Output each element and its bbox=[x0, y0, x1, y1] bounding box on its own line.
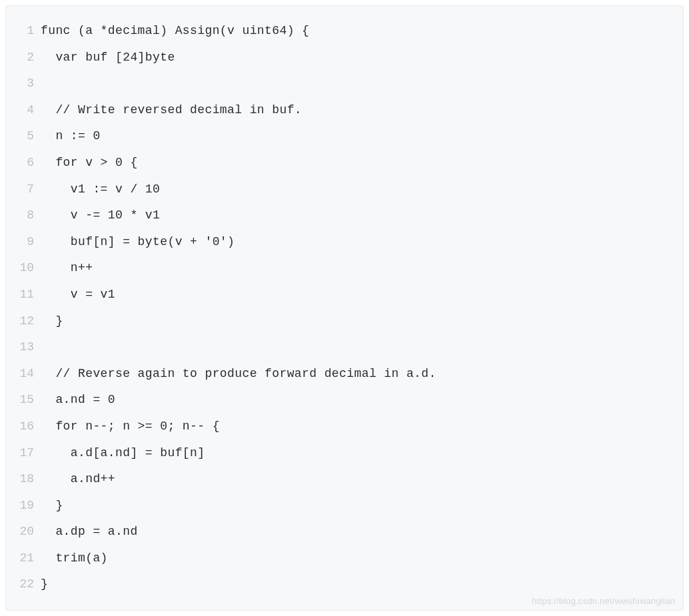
code-text: a.dp = a.nd bbox=[41, 519, 138, 545]
line-number: 22 bbox=[6, 571, 41, 598]
line-number: 5 bbox=[6, 123, 41, 150]
code-line: 17 a.d[a.nd] = buf[n] bbox=[6, 440, 683, 467]
code-text: n++ bbox=[41, 255, 93, 282]
code-line: 10 n++ bbox=[6, 255, 683, 282]
line-number: 8 bbox=[6, 202, 41, 229]
code-text: func (a *decimal) Assign(v uint64) { bbox=[41, 18, 309, 45]
line-number: 10 bbox=[6, 255, 41, 282]
code-text: trim(a) bbox=[41, 545, 108, 572]
code-line: 8 v -= 10 * v1 bbox=[6, 202, 683, 229]
line-number: 19 bbox=[6, 493, 41, 519]
code-line: 3 bbox=[6, 71, 683, 97]
line-number: 4 bbox=[6, 97, 41, 124]
code-line: 21 trim(a) bbox=[6, 545, 683, 572]
code-text: } bbox=[41, 308, 63, 335]
code-line: 9 buf[n] = byte(v + '0') bbox=[6, 229, 683, 256]
line-number: 12 bbox=[6, 308, 41, 335]
line-number: 15 bbox=[6, 387, 41, 414]
code-text: v1 := v / 10 bbox=[41, 176, 160, 203]
code-text: for n--; n >= 0; n-- { bbox=[41, 414, 220, 440]
code-text: n := 0 bbox=[41, 123, 101, 150]
code-text: v = v1 bbox=[41, 282, 115, 308]
code-text: a.nd = 0 bbox=[41, 387, 115, 414]
code-text: } bbox=[41, 493, 63, 519]
code-line: 11 v = v1 bbox=[6, 282, 683, 308]
code-line: 18 a.nd++ bbox=[6, 466, 683, 493]
code-line: 7 v1 := v / 10 bbox=[6, 176, 683, 203]
code-line: 2 var buf [24]byte bbox=[6, 45, 683, 71]
code-text: v -= 10 * v1 bbox=[41, 202, 160, 229]
line-number: 20 bbox=[6, 519, 41, 545]
code-line: 22} bbox=[6, 571, 683, 598]
code-text: a.nd++ bbox=[41, 466, 115, 493]
line-number: 2 bbox=[6, 45, 41, 71]
code-text: buf[n] = byte(v + '0') bbox=[41, 229, 235, 256]
line-number: 6 bbox=[6, 150, 41, 176]
watermark: https://blog.csdn.net/weishixianglian bbox=[532, 596, 675, 606]
code-line: 1func (a *decimal) Assign(v uint64) { bbox=[6, 18, 683, 45]
code-line: 14 // Reverse again to produce forward d… bbox=[6, 361, 683, 388]
line-number: 16 bbox=[6, 414, 41, 440]
line-number: 14 bbox=[6, 361, 41, 388]
line-number: 13 bbox=[6, 334, 41, 361]
code-line: 19 } bbox=[6, 493, 683, 519]
code-block: 1func (a *decimal) Assign(v uint64) { 2 … bbox=[5, 5, 684, 611]
code-line: 12 } bbox=[6, 308, 683, 335]
code-line: 6 for v > 0 { bbox=[6, 150, 683, 176]
code-line: 15 a.nd = 0 bbox=[6, 387, 683, 414]
code-line: 20 a.dp = a.nd bbox=[6, 519, 683, 545]
code-text: for v > 0 { bbox=[41, 150, 138, 176]
code-text: // Reverse again to produce forward deci… bbox=[41, 361, 436, 388]
line-number: 18 bbox=[6, 466, 41, 493]
code-text: var buf [24]byte bbox=[41, 45, 175, 71]
line-number: 7 bbox=[6, 176, 41, 203]
code-line: 16 for n--; n >= 0; n-- { bbox=[6, 414, 683, 440]
code-lines: 1func (a *decimal) Assign(v uint64) { 2 … bbox=[6, 18, 683, 598]
line-number: 9 bbox=[6, 229, 41, 256]
code-text: } bbox=[41, 571, 48, 598]
code-line: 4 // Write reversed decimal in buf. bbox=[6, 97, 683, 124]
line-number: 17 bbox=[6, 440, 41, 467]
code-text: // Write reversed decimal in buf. bbox=[41, 97, 302, 124]
line-number: 21 bbox=[6, 545, 41, 572]
line-number: 11 bbox=[6, 282, 41, 308]
line-number: 3 bbox=[6, 71, 41, 97]
code-line: 5 n := 0 bbox=[6, 123, 683, 150]
code-text: a.d[a.nd] = buf[n] bbox=[41, 440, 205, 467]
code-line: 13 bbox=[6, 334, 683, 361]
line-number: 1 bbox=[6, 18, 41, 45]
